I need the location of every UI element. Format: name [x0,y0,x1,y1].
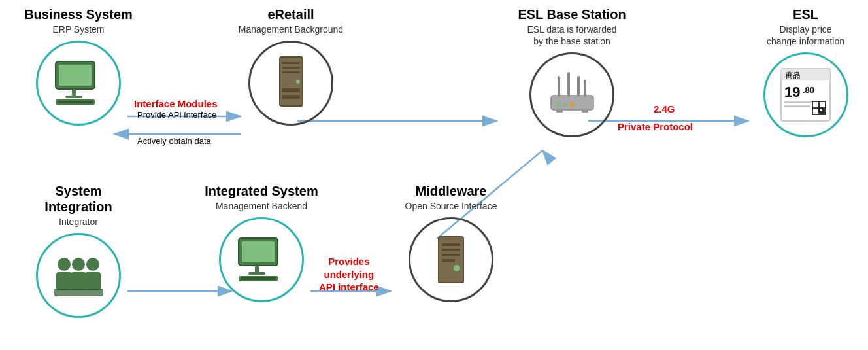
middleware-node: Middleware Open Source Interface [392,183,510,302]
svg-rect-43 [813,109,818,114]
svg-text:19: 19 [784,84,800,100]
svg-rect-53 [242,241,275,262]
business-system-circle [36,41,121,126]
middleware-subtitle: Open Source Interface [405,200,497,212]
integrated-system-title: Integrated System [205,183,318,199]
svg-rect-13 [65,96,82,98]
eretaill-node: eRetaill Management Background [232,7,350,126]
svg-rect-18 [282,67,300,69]
svg-rect-22 [282,95,300,99]
svg-rect-59 [442,243,460,246]
svg-rect-11 [59,65,92,86]
svg-rect-27 [584,80,586,97]
freq-label: 2.4G [654,103,675,114]
svg-rect-32 [582,109,588,113]
svg-point-20 [296,80,300,84]
middleware-circle [409,217,493,302]
system-integration-title: System Integration [20,183,137,215]
svg-rect-21 [282,88,300,92]
middleware-title: Middleware [416,183,487,199]
svg-rect-61 [442,254,460,256]
business-system-node: Business System ERP System [20,7,137,126]
esl-base-station-node: ESL Base Station ESL data is forwarded b… [507,7,637,137]
svg-point-45 [58,258,71,271]
svg-point-30 [570,103,574,107]
obtain-data-label: Actively obtain data [137,136,211,146]
svg-rect-57 [241,277,276,280]
esl-base-station-circle [529,52,614,137]
esl-circle: 商品 19 .80 [763,52,848,137]
business-system-subtitle: ERP System [52,24,104,35]
monitor-icon [235,237,288,283]
svg-rect-55 [248,272,265,275]
svg-rect-41 [813,102,818,107]
eretaill-circle [248,41,333,126]
svg-rect-31 [556,109,563,113]
svg-rect-54 [255,266,259,272]
eretaill-title: eRetaill [267,7,314,22]
svg-rect-25 [567,72,570,97]
computer-icon [52,60,105,106]
eretaill-subtitle: Management Background [239,24,343,35]
esl-subtitle: Display price change information [767,24,844,47]
svg-rect-23 [551,96,593,110]
interface-modules-label: Interface Modules [134,98,218,109]
svg-rect-62 [442,259,455,262]
svg-text:.80: .80 [803,85,814,95]
esl-node: ESL Display price change information 商品 … [748,7,863,137]
server-icon [273,56,309,111]
integrated-system-subtitle: Management Backend [216,200,307,212]
system-integration-node: System Integration Integrator [20,183,137,318]
svg-rect-51 [54,289,103,296]
svg-rect-44 [820,109,822,111]
svg-rect-17 [282,62,300,64]
router-icon [544,71,600,120]
svg-point-49 [86,258,99,271]
esl-base-station-title: ESL Base Station [518,7,626,22]
svg-rect-19 [282,71,300,73]
svg-point-47 [72,258,85,271]
svg-rect-50 [85,272,101,290]
protocol-label: Private Protocol [618,121,693,132]
diagram: Business System ERP System eRetaill Mana… [0,0,868,350]
provide-api-label: Provide API interface [137,110,216,120]
svg-rect-26 [577,76,580,97]
svg-rect-46 [56,272,72,290]
esl-title: ESL [793,7,818,22]
svg-point-29 [563,103,567,107]
system-integration-subtitle: Integrator [59,216,98,228]
svg-rect-15 [58,101,93,103]
svg-rect-24 [558,76,560,97]
integrated-system-circle [219,217,304,302]
esl-base-station-subtitle: ESL data is forwarded by the base statio… [527,24,616,47]
svg-rect-39 [784,105,810,107]
svg-rect-12 [72,89,76,96]
svg-rect-42 [820,102,825,107]
integrated-system-node: Integrated System Management Backend [199,183,324,302]
esl-icon: 商品 19 .80 [778,65,833,124]
business-system-title: Business System [24,7,133,22]
svg-rect-60 [442,249,460,251]
provides-underlying-label: ProvidesunderlyingAPI interface [319,255,379,294]
svg-rect-48 [71,272,86,290]
middleware-icon [433,236,469,285]
svg-text:商品: 商品 [786,71,800,79]
people-icon [51,253,107,298]
svg-point-28 [557,103,561,107]
svg-point-63 [454,265,460,271]
system-integration-circle [36,233,121,318]
